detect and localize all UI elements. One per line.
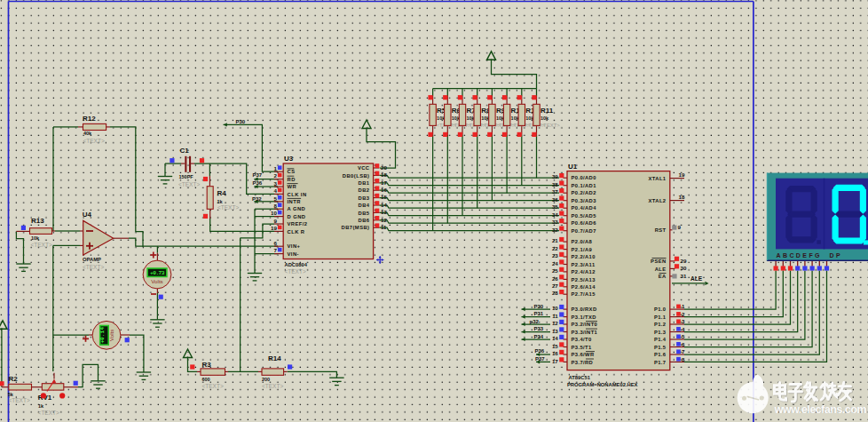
svg-text:R11: R11 (541, 107, 554, 115)
svg-text:1: 1 (682, 303, 685, 309)
svg-text:P2.4/A12: P2.4/A12 (572, 269, 596, 275)
svg-text:33: 33 (552, 219, 558, 225)
svg-text:RST: RST (655, 227, 667, 233)
svg-text:9: 9 (678, 224, 682, 230)
svg-text:31: 31 (681, 273, 687, 279)
svg-text:P1.4: P1.4 (654, 337, 667, 342)
svg-text:XTAL2: XTAL2 (649, 198, 667, 203)
svg-text:PROGRAM=NONAME02.HEX: PROGRAM=NONAME02.HEX (567, 382, 638, 387)
svg-text:16: 16 (381, 187, 387, 193)
svg-text:39: 39 (552, 173, 558, 179)
svg-text:P36: P36 (535, 348, 545, 354)
svg-text:200: 200 (262, 377, 270, 382)
svg-text:P3.5/T1: P3.5/T1 (572, 345, 592, 350)
svg-text:DB5: DB5 (359, 211, 370, 216)
svg-text:P0.7/AD7: P0.7/AD7 (572, 228, 596, 234)
svg-text:P3.0/RXD: P3.0/RXD (572, 307, 597, 312)
svg-text:P0.0/AD0: P0.0/AD0 (572, 175, 596, 180)
svg-text:19: 19 (271, 225, 277, 231)
svg-text:<TEXT>: <TEXT> (285, 268, 306, 275)
svg-text:<TEXT>: <TEXT> (217, 204, 239, 211)
svg-text:20: 20 (381, 164, 387, 171)
svg-text:5k: 5k (8, 392, 14, 397)
svg-text:P2.3/A11: P2.3/A11 (572, 262, 596, 267)
svg-text:CS: CS (288, 169, 296, 174)
svg-text:DB7(MSB): DB7(MSB) (342, 225, 370, 230)
svg-text:Volts: Volts (151, 278, 162, 284)
svg-text:D GND: D GND (288, 214, 306, 219)
svg-text:P2.5/A13: P2.5/A13 (572, 277, 596, 283)
svg-text:P3.4/T0: P3.4/T0 (572, 337, 592, 342)
svg-text:P1.7: P1.7 (654, 360, 667, 365)
svg-text:5: 5 (274, 195, 278, 202)
svg-text:DB1: DB1 (359, 180, 370, 186)
svg-text:VREF/2: VREF/2 (288, 221, 308, 227)
svg-text:36: 36 (552, 196, 558, 203)
svg-text:R13: R13 (31, 217, 44, 225)
svg-text:25: 25 (552, 267, 558, 274)
svg-text:18: 18 (381, 171, 387, 178)
svg-text:3: 3 (274, 180, 278, 187)
svg-text:12: 12 (381, 217, 387, 223)
svg-text:6: 6 (682, 341, 685, 347)
svg-text:<TEXT>: <TEXT> (83, 264, 104, 270)
svg-text:P1.5: P1.5 (654, 345, 667, 350)
svg-text:R12: R12 (83, 115, 96, 123)
svg-text:P30: P30 (236, 119, 246, 124)
svg-text:P1.3: P1.3 (654, 330, 667, 335)
svg-text:34: 34 (552, 211, 558, 218)
svg-text:WR: WR (288, 184, 297, 189)
svg-text:P3.6/WR: P3.6/WR (572, 352, 595, 357)
svg-text:P0.6/AD6: P0.6/AD6 (572, 220, 597, 226)
svg-text:15: 15 (381, 194, 387, 200)
svg-text:PSEN: PSEN (651, 259, 666, 264)
svg-text:4: 4 (682, 326, 685, 332)
svg-text:P2.7/A15: P2.7/A15 (572, 291, 596, 297)
svg-text:P3.1/TXD: P3.1/TXD (572, 315, 596, 320)
svg-text:3: 3 (682, 318, 685, 324)
svg-text:10: 10 (552, 305, 558, 311)
svg-text:www.elecfans.com: www.elecfans.com (774, 403, 867, 416)
svg-text:37: 37 (552, 188, 558, 195)
svg-text:P0.1/AD1: P0.1/AD1 (572, 183, 597, 188)
svg-text:U1: U1 (568, 163, 578, 171)
svg-text:11: 11 (381, 224, 387, 230)
svg-text:P37: P37 (253, 172, 263, 178)
svg-text:10k: 10k (541, 115, 549, 121)
svg-text:<TEXT>: <TEXT> (262, 383, 283, 389)
svg-text:VIN-: VIN- (288, 251, 299, 257)
svg-text:13: 13 (552, 328, 558, 334)
svg-text:DB6: DB6 (359, 218, 370, 223)
svg-text:15: 15 (552, 343, 558, 349)
svg-text:+0.14: +0.14 (100, 327, 107, 344)
svg-text:8: 8 (682, 356, 685, 362)
svg-text:P1.2: P1.2 (654, 322, 667, 327)
svg-text:4: 4 (274, 187, 278, 194)
svg-text:17: 17 (381, 179, 387, 186)
svg-text:DB0(LSB): DB0(LSB) (343, 173, 370, 179)
svg-text:P36: P36 (253, 180, 263, 186)
svg-text:Volts: Volts (108, 330, 114, 341)
svg-text:ABCDEFG DP: ABCDEFG DP (777, 252, 843, 259)
svg-text:P0.2/AD2: P0.2/AD2 (572, 190, 596, 195)
svg-text:VIN+: VIN+ (288, 243, 301, 249)
svg-text:6: 6 (274, 240, 278, 246)
svg-text:16: 16 (552, 350, 558, 356)
svg-text:7: 7 (274, 247, 278, 253)
svg-text:p32: p32 (530, 319, 540, 324)
svg-text:DB3: DB3 (359, 195, 370, 201)
svg-text:EA: EA (659, 274, 667, 279)
svg-text:ALE: ALE (690, 275, 703, 282)
svg-text:1: 1 (274, 165, 278, 171)
svg-text:1k: 1k (217, 199, 224, 204)
svg-text:<TEXT>: <TEXT> (31, 242, 52, 248)
svg-text:<TEXT>: <TEXT> (202, 383, 224, 389)
svg-text:150PF: 150PF (179, 174, 194, 179)
svg-text:2: 2 (682, 311, 685, 317)
svg-text:14: 14 (381, 202, 387, 208)
svg-text:<TEXT>: <TEXT> (9, 397, 30, 403)
svg-text:P30: P30 (534, 304, 544, 309)
svg-text:38: 38 (552, 181, 558, 187)
svg-text:1k: 1k (38, 403, 44, 409)
svg-text:P0.3/AD3: P0.3/AD3 (572, 198, 597, 203)
